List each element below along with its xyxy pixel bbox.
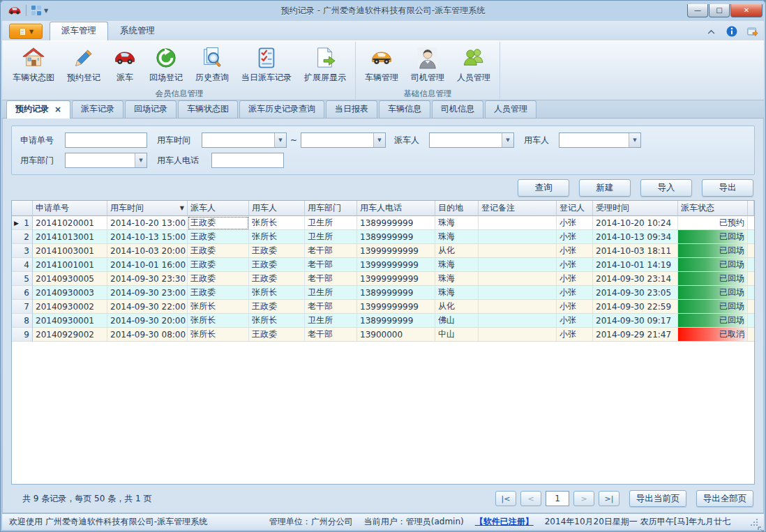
column-header[interactable]: 登记备注 (479, 201, 557, 216)
extended-screen-button[interactable]: 扩展屏显示 (298, 43, 352, 88)
ribbon-tab-dispatch[interactable]: 派车管理 (50, 22, 108, 41)
table-row[interactable]: 8201409300012014-09-30 20:00张所长张所长卫生所138… (12, 314, 754, 328)
doc-tab[interactable]: 车辆状态图 (178, 100, 238, 118)
collapse-ribbon-icon[interactable] (705, 26, 716, 37)
cell: 13999999999 (357, 300, 435, 314)
cell: 张所长 (188, 328, 249, 342)
help-icon[interactable] (726, 26, 737, 37)
today-dispatch-record-button-label: 当日派车记录 (241, 72, 292, 84)
ribbon-tab-row: ▼ 派车管理 系统管理 (2, 21, 764, 40)
dropdown-arrow-icon[interactable]: ▼ (373, 133, 385, 147)
column-header[interactable]: 用车人 (249, 201, 305, 216)
driver-manage-button[interactable]: 司机管理 (405, 43, 451, 88)
titlebar-divider (26, 5, 27, 16)
app-menu-button[interactable]: ▼ (9, 24, 43, 39)
minimize-button[interactable]: — (687, 4, 708, 17)
doc-tab[interactable]: 车辆信息 (379, 100, 430, 118)
vehicle-status-chart-button[interactable]: 车辆状态图 (6, 43, 61, 88)
column-header[interactable]: 用车时间▼ (107, 201, 188, 216)
import-button[interactable]: 导入 (640, 179, 692, 197)
column-header[interactable]: 目的地 (435, 201, 479, 216)
table-row[interactable]: 5201409300052014-09-30 23:30王政委王政委老干部139… (12, 272, 754, 286)
row-stub (748, 286, 754, 300)
ribbon-tab-system[interactable]: 系统管理 (108, 22, 167, 40)
column-header[interactable]: 用车部门 (305, 201, 357, 216)
doc-tab[interactable]: 人员管理 (485, 100, 536, 118)
history-query-button[interactable]: 历史查询 (189, 43, 235, 88)
table-row[interactable]: 3201410030012014-10-03 20:00王政委王政委老干部139… (12, 244, 754, 258)
cell: 王政委 (249, 258, 305, 272)
table-footer: 共 9 条记录，每页 50 条，共 1 页 |< < > >| 导出当前页 导出… (11, 485, 755, 510)
return-register-button[interactable]: 回场登记 (143, 43, 189, 88)
doc-tab[interactable]: 回场记录 (125, 100, 177, 118)
cell: 王政委 (188, 216, 249, 230)
export-current-page-button[interactable]: 导出当前页 (629, 490, 686, 507)
use-time-from-combo[interactable]: ▼ (202, 132, 287, 148)
cell: 2014-10-01 14:19 (593, 258, 678, 272)
doc-tab[interactable]: 当日报表 (326, 100, 377, 118)
dropdown-arrow-icon[interactable]: ▼ (502, 133, 513, 147)
dispatch-button-label: 派车 (117, 72, 133, 84)
last-page-button[interactable]: >| (599, 491, 619, 506)
prev-page-button[interactable]: < (520, 491, 541, 506)
page-number-input[interactable] (546, 491, 569, 506)
reservation-register-button[interactable]: 预约登记 (61, 43, 107, 88)
row-stub (748, 216, 754, 230)
cell: 小张 (557, 314, 593, 328)
app-car-icon[interactable] (8, 5, 22, 16)
window-title: 预约记录 - 广州爱奇迪软件科技有限公司-派车管理系统 (2, 5, 764, 17)
query-button[interactable]: 查询 (518, 179, 569, 197)
export-button[interactable]: 导出 (702, 179, 753, 197)
dialog-launcher-icon[interactable] (758, 523, 765, 530)
table-row[interactable]: 6201409300032014-09-30 23:00王政委张所长卫生所138… (12, 286, 754, 300)
dispatch-button[interactable]: 派车 (107, 43, 143, 88)
table-row[interactable]: 7201409300022014-09-30 22:00张所长王政委老干部139… (12, 300, 754, 314)
reservation-record-page: 申请单号 用车时间 ▼ ~ ▼ 派车人 ▼ 用车人 ▼ 用车部门 ▼ 用车人电话… (2, 119, 764, 513)
vehicle-manage-button[interactable]: 车辆管理 (359, 43, 405, 88)
style-icon[interactable] (747, 26, 758, 37)
user-combo[interactable]: ▼ (559, 132, 641, 148)
dropdown-arrow-icon[interactable]: ▼ (274, 133, 286, 147)
column-header[interactable]: 登记人 (557, 201, 593, 216)
column-header[interactable]: 派车人 (188, 201, 249, 216)
quick-access-caret-icon[interactable]: ▼ (44, 8, 48, 14)
cell (479, 272, 557, 286)
order-no-input[interactable] (65, 132, 147, 148)
dispatcher-combo[interactable]: ▼ (429, 132, 514, 148)
cell: 王政委 (249, 300, 305, 314)
user-phone-input[interactable] (211, 153, 284, 168)
use-time-to-combo[interactable]: ▼ (301, 132, 386, 148)
table-row[interactable]: 2201410130012014-10-13 15:00王政委张所长卫生所138… (12, 230, 754, 244)
table-row[interactable]: ▶1201410200012014-10-20 13:00王政委张所长卫生所13… (12, 216, 754, 230)
column-label: 登记人 (560, 202, 585, 214)
doc-tab[interactable]: 预约记录× (6, 100, 70, 119)
doc-tab[interactable]: 派车记录 (72, 100, 123, 118)
cell: 王政委 (188, 272, 249, 286)
first-page-button[interactable]: |< (495, 491, 516, 506)
cell: 王政委 (249, 328, 305, 342)
house-icon (22, 46, 45, 70)
next-page-button[interactable]: > (573, 491, 594, 506)
doc-tab[interactable]: 司机信息 (432, 100, 483, 118)
table-row[interactable]: 9201409290022014-09-30 08:00张所长王政委老干部139… (12, 328, 754, 342)
license-link[interactable]: 【软件已注册】 (475, 516, 534, 528)
quick-access-grid-icon[interactable] (31, 5, 42, 16)
table-row[interactable]: 4201410010012014-10-01 16:00王政委王政委老干部139… (12, 258, 754, 272)
new-button[interactable]: 新建 (579, 179, 631, 197)
today-dispatch-record-button[interactable]: 当日派车记录 (235, 43, 298, 88)
dropdown-arrow-icon[interactable]: ▼ (135, 153, 147, 167)
column-header[interactable]: 申请单号 (33, 201, 107, 216)
doc-tab[interactable]: 派车历史记录查询 (239, 100, 324, 118)
column-header[interactable]: 受理时间 (593, 201, 678, 216)
person-manage-button[interactable]: 人员管理 (451, 43, 497, 88)
close-button[interactable]: ✕ (730, 4, 763, 17)
export-all-pages-button[interactable]: 导出全部页 (696, 490, 753, 507)
close-tab-icon[interactable]: × (54, 106, 61, 113)
department-combo[interactable]: ▼ (65, 153, 147, 168)
column-header[interactable]: 派车状态 (678, 201, 748, 216)
dropdown-arrow-icon[interactable]: ▼ (629, 133, 640, 147)
date-text: 2014年10月20日星期一 农历甲午[马]年九月廿七 (545, 516, 730, 528)
user-phone-label: 用车人电话 (157, 155, 211, 167)
column-header[interactable]: 用车人电话 (357, 201, 435, 216)
maximize-button[interactable]: □ (709, 4, 730, 17)
